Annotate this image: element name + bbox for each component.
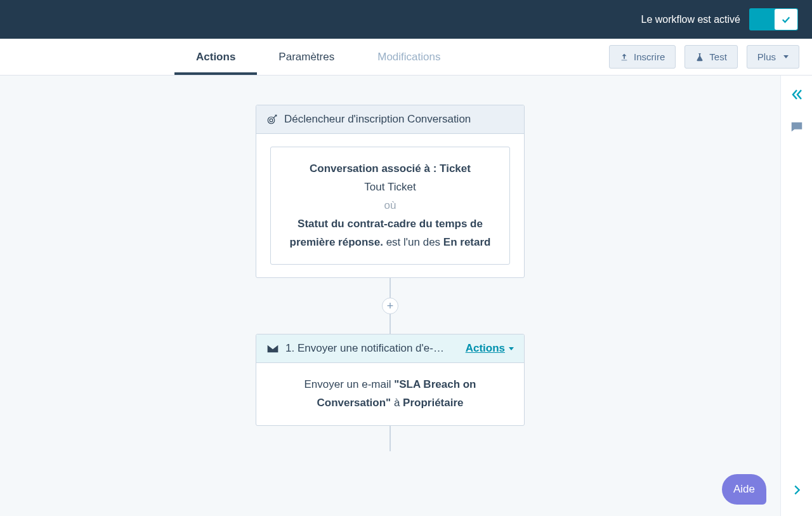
tab-label: Modifications [377, 51, 440, 63]
upload-icon [620, 53, 629, 62]
trigger-assoc-value: Tout Ticket [282, 178, 498, 197]
toggle-thumb [775, 9, 797, 30]
workflow-status-text: Le workflow est activé [641, 14, 740, 25]
tab-modifications[interactable]: Modifications [356, 39, 462, 75]
action-recipient: Propriétaire [403, 397, 463, 409]
help-button[interactable]: Aide [722, 474, 766, 505]
tab-actions[interactable]: Actions [174, 39, 257, 75]
svg-point-3 [794, 125, 795, 126]
trigger-card[interactable]: Déclencheur d'inscription Conversation C… [256, 105, 525, 278]
svg-point-0 [268, 117, 275, 124]
chevron-down-icon [783, 55, 789, 58]
svg-point-1 [270, 119, 273, 122]
comment-icon [790, 120, 804, 134]
help-label: Aide [733, 483, 755, 495]
action-card-1[interactable]: 1. Envoyer une notification d'e-m… Actio… [256, 334, 525, 426]
action-header: 1. Envoyer une notification d'e-m… Actio… [256, 334, 524, 363]
collapse-panel-button[interactable] [789, 87, 804, 105]
svg-point-5 [798, 125, 799, 126]
trigger-body: Conversation associé à : Ticket Tout Tic… [256, 134, 524, 277]
button-label: Inscrire [634, 51, 665, 62]
target-icon [266, 114, 278, 125]
plus-button[interactable]: Plus [747, 45, 799, 69]
action-body-prefix: Envoyer un e-mail [304, 378, 394, 390]
workflow-enable-toggle[interactable] [749, 8, 798, 30]
trigger-title: Déclencheur d'inscription Conversation [284, 113, 471, 126]
action-menu-label: Actions [466, 342, 505, 355]
tab-label: Actions [196, 51, 235, 63]
svg-point-4 [796, 125, 797, 126]
check-icon [780, 14, 792, 25]
inscrire-button[interactable]: Inscrire [609, 45, 676, 69]
trigger-where: où [282, 197, 498, 215]
envelope-icon [266, 344, 279, 354]
button-label: Test [709, 51, 727, 62]
tabs: Actions Paramètres Modifications [174, 39, 462, 75]
trigger-criteria[interactable]: Conversation associé à : Ticket Tout Tic… [270, 147, 510, 265]
tab-label: Paramètres [278, 51, 334, 63]
action-body: Envoyer un e-mail "SLA Breach on Convers… [256, 363, 524, 425]
trigger-prop-value: En retard [443, 236, 491, 248]
trigger-assoc-label: Conversation associé à : Ticket [310, 162, 471, 175]
svg-line-2 [273, 115, 277, 118]
workflow-canvas[interactable]: Déclencheur d'inscription Conversation C… [0, 76, 780, 516]
connector-line [390, 426, 391, 451]
action-body-to: à [391, 397, 403, 409]
right-rail [780, 76, 812, 516]
action-menu-button[interactable]: Actions [466, 342, 514, 355]
trigger-header: Déclencheur d'inscription Conversation [256, 105, 524, 134]
chevron-down-icon [509, 347, 514, 350]
expand-panel-button[interactable] [790, 483, 804, 499]
toolbar-buttons: Inscrire Test Plus [609, 39, 799, 75]
comments-button[interactable] [790, 120, 804, 136]
tab-bar: Actions Paramètres Modifications Inscrir… [0, 39, 812, 76]
test-button[interactable]: Test [684, 45, 738, 69]
tab-parametres[interactable]: Paramètres [257, 39, 356, 75]
flask-icon [695, 53, 704, 62]
workflow-flow: Déclencheur d'inscription Conversation C… [256, 105, 525, 451]
button-label: Plus [757, 51, 776, 62]
action-title: 1. Envoyer une notification d'e-m… [285, 342, 452, 355]
top-bar: Le workflow est activé [0, 0, 812, 39]
chevron-double-left-icon [789, 87, 804, 102]
add-action-button[interactable]: + [382, 298, 398, 314]
trigger-op: est l'un des [383, 236, 443, 248]
chevron-right-icon [790, 483, 804, 497]
